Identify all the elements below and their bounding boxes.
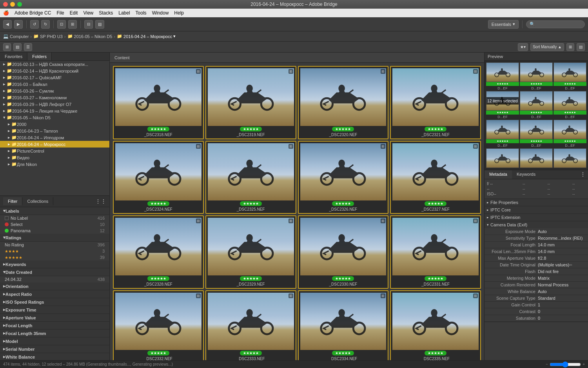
apple-menu[interactable]: 🍎	[3, 10, 9, 16]
breadcrumb-nikon-d5[interactable]: 📁 2016-05 – Nikon D5	[67, 34, 113, 39]
filter-label-select[interactable]: Select 10	[0, 221, 109, 228]
filter-keywords-section[interactable]: ▸ Keywords	[0, 261, 109, 268]
preview-thumb[interactable]	[520, 91, 553, 111]
meta-section-file-header[interactable]: ▸ File Properties	[485, 199, 588, 206]
output-button[interactable]: ▤	[95, 20, 104, 29]
folder-item[interactable]: ▸ 📁 2016-02-17 – QubicaAMF	[0, 74, 109, 81]
preview-thumb[interactable]	[554, 120, 586, 139]
folder-item[interactable]: ▸ 📁 2016-02-14 – НДВ Красногорский	[0, 67, 109, 74]
menu-edit[interactable]: Edit	[70, 10, 78, 16]
view-options-button[interactable]: ⊞	[566, 43, 574, 51]
filter-aspect-section[interactable]: ▸ Aspect Ratio	[0, 290, 109, 298]
thumbnail-item[interactable]: ⊞	[205, 215, 296, 289]
star-filter-button[interactable]: ★▾	[518, 43, 528, 51]
menu-stacks[interactable]: Stacks	[99, 10, 113, 16]
folder-item[interactable]: ▸ 📁 2016-04-23 – Tamron	[0, 128, 109, 134]
preview-thumb[interactable]: 12 items selected	[486, 91, 519, 111]
preview-thumb[interactable]	[554, 62, 586, 82]
preview-thumb[interactable]	[520, 120, 553, 139]
zoom-slider[interactable]: − +	[546, 361, 585, 368]
menu-view[interactable]: View	[83, 10, 93, 16]
thumbnail-item[interactable]: ⊞	[390, 290, 481, 361]
menu-tools[interactable]: Tools	[136, 10, 147, 16]
filter-options-icon[interactable]: ⋮⋮	[95, 198, 106, 204]
filter-model-section[interactable]: ▸ Model	[0, 337, 109, 345]
meta-section-iptcext-header[interactable]: ▸ IPTC Extension	[485, 214, 588, 221]
preview-thumb[interactable]	[486, 148, 519, 168]
minimize-button[interactable]	[10, 2, 15, 7]
thumbnail-item[interactable]: ⊞	[205, 141, 296, 214]
filter-orientation-section[interactable]: ▸ Orientation	[0, 282, 109, 290]
folder-item[interactable]: ▸ 📁 2016-03-27 – Каменоломни	[0, 94, 109, 101]
filter-focal35-section[interactable]: ▸ Focal Length 35mm	[0, 330, 109, 337]
filter-aperture-section[interactable]: ▸ Aperture Value	[0, 314, 109, 322]
folder-item-nikon-d5[interactable]: ▾ 📁 2016-05 – Nikon D5	[0, 114, 109, 121]
view-filmstrip-button[interactable]: ▤	[13, 43, 22, 51]
filter-focal-section[interactable]: ▸ Focal Length	[0, 322, 109, 330]
breadcrumb-sp-phd[interactable]: 📁 SP PHD U3	[33, 34, 63, 39]
preview-thumb[interactable]	[554, 91, 586, 111]
fullscreen-button[interactable]	[17, 2, 22, 7]
tab-metadata[interactable]: Metadata	[485, 170, 512, 179]
open-in-photoshop-button[interactable]: ⊞	[68, 20, 77, 29]
breadcrumb-current[interactable]: 📁 2016-04-24 – Морокросс ▾	[117, 34, 176, 39]
filter-labels-section[interactable]: ▾ Labels	[0, 207, 109, 215]
folder-item[interactable]: ▸ 📁 2016-03-26 – Сумляк	[0, 87, 109, 94]
menu-label[interactable]: Label	[118, 10, 130, 16]
folder-item[interactable]: ▸ 📁 Видео	[0, 154, 109, 161]
thumbnail-item[interactable]: ⊞	[113, 66, 204, 139]
close-button[interactable]	[3, 2, 8, 7]
workspace-dropdown[interactable]: Essentials ▾	[488, 20, 519, 29]
folder-item[interactable]: ▸ 📁 2016-02-13 – НДВ Сказка корпорати...	[0, 61, 109, 67]
edit-icon[interactable]: ✏	[569, 263, 572, 267]
search-input[interactable]: 🔍	[526, 20, 585, 28]
thumbnail-item[interactable]: ⊞	[113, 141, 204, 214]
filter-rating-5stars[interactable]: ★★★★★ 39	[0, 254, 109, 261]
filter-label-no-label[interactable]: No Label 416	[0, 215, 109, 221]
meta-exif-value[interactable]: (Multiple values)✏	[538, 262, 586, 267]
meta-section-exif-header[interactable]: ▾ Camera Data (Exif)	[485, 221, 588, 228]
tab-favorites[interactable]: Favorites	[0, 53, 27, 60]
sort-button[interactable]: Sort Manually ▲	[530, 43, 564, 51]
filter-label-panorama[interactable]: Panorama 12	[0, 228, 109, 234]
thumbnail-item[interactable]: ⊞	[113, 215, 204, 289]
folder-item[interactable]: ▸ 📁 2016-03-29 – НДВ Лефорт О7	[0, 101, 109, 107]
filter-rating-none[interactable]: No Rating 396	[0, 242, 109, 248]
filter-ratings-section[interactable]: ▾ Ratings	[0, 234, 109, 242]
preview-thumb[interactable]	[520, 148, 553, 168]
folder-item[interactable]: ▸ 📁 2016-03 – Байкал	[0, 81, 109, 87]
view-detail-button[interactable]: ☰	[24, 43, 32, 51]
menu-adobe-bridge[interactable]: Adobe Bridge CC	[15, 10, 51, 16]
thumbnail-item[interactable]: ⊞	[298, 290, 389, 361]
menu-help[interactable]: Help	[174, 10, 184, 16]
folder-item-active[interactable]: ▸ 📁 2016-04-24 – Морокросс	[0, 141, 109, 148]
filter-rating-4stars[interactable]: ★★★★ 3	[0, 248, 109, 254]
folder-item[interactable]: ▸ 📁 PictureControl	[0, 148, 109, 154]
preview-thumb[interactable]	[486, 120, 519, 139]
forward-button[interactable]: ▶	[14, 20, 23, 29]
thumbnail-item[interactable]: ⊞	[390, 141, 481, 214]
folder-item[interactable]: ▸ 📁 2016-04-19 – Лекция на Чердаке	[0, 107, 109, 114]
thumbnail-item[interactable]: ⊞	[390, 66, 481, 139]
thumbnail-item[interactable]: ⊞	[298, 66, 389, 139]
preview-thumb[interactable]	[520, 62, 553, 82]
thumbnail-item[interactable]: ⊞	[205, 290, 296, 361]
thumbnail-item[interactable]: ⊞	[205, 66, 296, 139]
open-in-camera-raw-button[interactable]: ⊡	[57, 20, 66, 29]
view-thumbnails-button[interactable]: ⊞	[3, 43, 11, 51]
folder-item[interactable]: ▸ 📁 2016-04-24 – Ипподром	[0, 134, 109, 141]
tab-filter[interactable]: Filter	[3, 197, 22, 205]
folder-item[interactable]: ▸ 📁 2000	[0, 121, 109, 128]
thumbnail-item[interactable]: ⊞	[390, 215, 481, 289]
back-button[interactable]: ◀	[3, 20, 12, 29]
breadcrumb-computer[interactable]: 💻 Computer	[3, 34, 29, 39]
tab-keywords[interactable]: Keywords	[512, 170, 540, 179]
thumbnail-item[interactable]: ⊞	[298, 141, 389, 214]
menu-window[interactable]: Window	[152, 10, 169, 16]
filter-iso-section[interactable]: ▸ ISO Speed Ratings	[0, 298, 109, 306]
preview-thumb[interactable]	[554, 148, 586, 168]
filter-date-value[interactable]: 24.04.32 438	[0, 276, 109, 282]
metadata-options-icon[interactable]: ⋮	[578, 170, 588, 179]
tab-collections[interactable]: Collections	[22, 197, 53, 205]
rotate-right-button[interactable]: ↻	[41, 20, 50, 29]
